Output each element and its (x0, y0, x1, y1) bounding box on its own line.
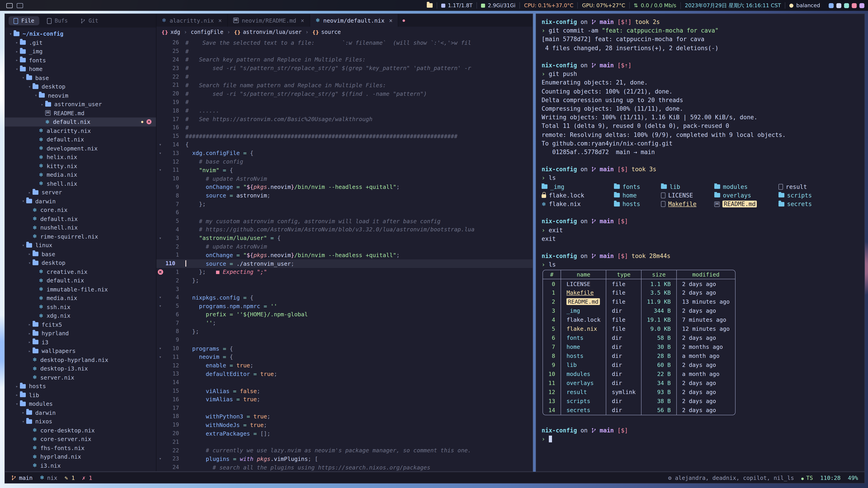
tree-item[interactable]: ▾neovim (5, 91, 156, 100)
file-entry[interactable]: result (778, 183, 864, 190)
code-line[interactable]: 17 (156, 404, 532, 412)
tree-item[interactable]: ▸astronvim_user (5, 100, 156, 109)
tree-item[interactable]: ▸darwin (5, 408, 156, 417)
fold-open-icon[interactable]: ▾ (159, 142, 162, 147)
code-line[interactable]: ▾13 xdg.configFile = { (156, 149, 532, 158)
fold-open-icon[interactable]: ▾ (159, 295, 162, 300)
tree-item[interactable]: ❄nushell.nix (5, 223, 156, 232)
tree-item[interactable]: ❄hyprland.nix (5, 452, 156, 461)
code-line[interactable]: 7 ''; (156, 319, 532, 327)
fold-open-icon[interactable]: ▾ (159, 236, 162, 240)
code-line[interactable]: 20 extraPackages = []; (156, 429, 532, 437)
breadcrumb-item[interactable]: {}source (312, 29, 341, 35)
code-line[interactable]: 22# (156, 72, 532, 81)
tree-item[interactable]: ❄development.nix (5, 144, 156, 153)
file-entry[interactable]: scripts (778, 192, 864, 199)
audio-icon[interactable] (844, 3, 849, 8)
bluetooth-icon[interactable] (829, 3, 834, 8)
tree-item[interactable]: ▸fonts (5, 56, 156, 65)
window-icon[interactable] (6, 3, 13, 8)
tree-item[interactable]: ❄default.nix (5, 215, 156, 223)
tree-item[interactable]: ❄default.nix (5, 276, 156, 285)
breadcrumb-item[interactable]: configFile (191, 29, 223, 35)
code-line[interactable]: 25# (156, 47, 532, 56)
tree-item[interactable]: ❄immutable-file.nix (5, 285, 156, 294)
tree-item[interactable]: ▸.git (5, 38, 156, 47)
tree-item[interactable]: ❄default.nix●× (5, 118, 156, 126)
code-line[interactable]: 9 onChange = "${pkgs.neovim}/bin/nvim --… (156, 183, 532, 191)
tree-item[interactable]: ❄core-desktop.nix (5, 426, 156, 435)
code-line[interactable]: 5 # my cusotom astronvim config, astronv… (156, 217, 532, 225)
code-line[interactable]: 19 withNodeJs = true; (156, 421, 532, 429)
fold-open-icon[interactable]: ▾ (159, 457, 162, 461)
tree-item[interactable]: ▾linux (5, 241, 156, 250)
tree-item[interactable]: ▸i3 (5, 338, 156, 347)
tree-item[interactable]: ❄desktop-i3.nix (5, 364, 156, 373)
code-line[interactable]: 7 }; (156, 200, 532, 208)
tree-item[interactable]: ❄i3.nix (5, 461, 156, 470)
close-icon[interactable]: × (389, 17, 393, 24)
notification-icon[interactable] (852, 3, 857, 8)
file-tree[interactable]: ▾~/nix-config▸.git▸_img▸fonts▾home▾base▾… (5, 28, 156, 471)
breadcrumb-item[interactable]: {}astronvim/lua/user (234, 29, 302, 35)
file-entry[interactable]: fonts (614, 183, 661, 190)
code-line[interactable]: 18# ...... (156, 106, 532, 115)
code-line[interactable]: 6 prefix = ''${HOME}/.npm-global (156, 310, 532, 319)
tree-item[interactable]: ❄xdg.nix (5, 311, 156, 320)
tree-item[interactable]: ▾desktop (5, 82, 156, 91)
code-line[interactable]: 12 # base config (156, 157, 532, 166)
fold-open-icon[interactable]: ▾ (159, 168, 162, 172)
tree-item[interactable]: ❄kitty.nix (5, 162, 156, 170)
input-method-icon[interactable] (836, 3, 841, 8)
close-icon[interactable]: × (301, 17, 304, 24)
code-line[interactable]: 26# Save the selected text to a file: `:… (156, 38, 532, 47)
code-line[interactable]: ▾11 neovim = { (156, 353, 532, 361)
tree-item[interactable]: ▸wallpapers (5, 347, 156, 355)
tree-item[interactable]: ❄server.nix (5, 373, 156, 382)
statusline-error-count[interactable]: ✗ 1 (82, 474, 92, 481)
breadcrumb-item[interactable]: {}xdg (161, 29, 180, 35)
file-entry[interactable]: secrets (778, 201, 864, 207)
code-line[interactable]: 18 withPython3 = true; (156, 412, 532, 421)
code-line[interactable]: 16# (156, 123, 532, 132)
power-profile[interactable]: balanced (785, 2, 824, 8)
code-line[interactable]: 17# See https://astronvim.com/Basic%20Us… (156, 115, 532, 123)
code-line[interactable]: ▾23 plugins = with pkgs.vimPlugins; [ (156, 455, 532, 463)
code-line[interactable]: 12 enable = true; (156, 361, 532, 370)
file-entry[interactable]: overlays (714, 192, 778, 199)
code-line[interactable]: 2 # update AstroNvim (156, 242, 532, 251)
tree-item[interactable]: ▸hyprland (5, 329, 156, 338)
code-line[interactable]: 15######################################… (156, 132, 532, 140)
code-area[interactable]: 26# Save the selected text to a file: `:… (156, 37, 532, 471)
code-line[interactable]: 4 # https://github.com/AstroNvim/AstroNv… (156, 225, 532, 234)
tree-item[interactable]: ▸server (5, 188, 156, 197)
tree-tab-git[interactable]: Git (75, 16, 103, 25)
editor-tab-1[interactable]: Mneovim/README.md× (228, 14, 310, 27)
tree-item[interactable]: ❄core-server.nix (5, 435, 156, 444)
tree-item[interactable]: ▾base (5, 73, 156, 82)
code-line[interactable]: ▾11 "nvim" = { (156, 166, 532, 174)
code-line[interactable]: 110 source = ./astronvim_user; (156, 259, 532, 268)
code-line[interactable]: ▾4 nixpkgs.config = { (156, 293, 532, 302)
file-explorer[interactable]: FileBufsGit ▾~/nix-config▸.git▸_img▸font… (5, 14, 156, 471)
tree-item[interactable]: MREADME.md (5, 109, 156, 118)
code-line[interactable]: 20# sed -ri "s/pattern_str/replace_str/g… (156, 90, 532, 98)
tree-item[interactable]: ❄core.nix (5, 205, 156, 215)
file-entry[interactable]: lib (661, 183, 714, 190)
tree-item[interactable]: ❄helix.nix (5, 153, 156, 162)
code-line[interactable]: 8 source = astronvim; (156, 191, 532, 200)
tree-item[interactable]: ▾~/nix-config (5, 29, 156, 38)
tree-item[interactable]: ▾modules (5, 399, 156, 408)
file-entry[interactable]: Makefile (661, 201, 714, 207)
code-line[interactable]: 9 (156, 336, 532, 344)
tree-item[interactable]: ▾nixos (5, 417, 156, 426)
tree-item[interactable]: ▸_img (5, 47, 156, 56)
code-line[interactable]: ▾10 programs = { (156, 344, 532, 353)
file-entry[interactable]: home (614, 192, 661, 199)
tree-tab-bufs[interactable]: Bufs (42, 16, 73, 25)
tree-item[interactable]: ❄ssh.nix (5, 302, 156, 311)
tree-tab-file[interactable]: File (8, 16, 39, 25)
terminal-window[interactable]: nix-config on main [$!] took 2s› git com… (536, 13, 865, 472)
file-entry[interactable]: flake.lock (541, 192, 614, 199)
file-entry[interactable]: LICENSE (661, 192, 714, 199)
